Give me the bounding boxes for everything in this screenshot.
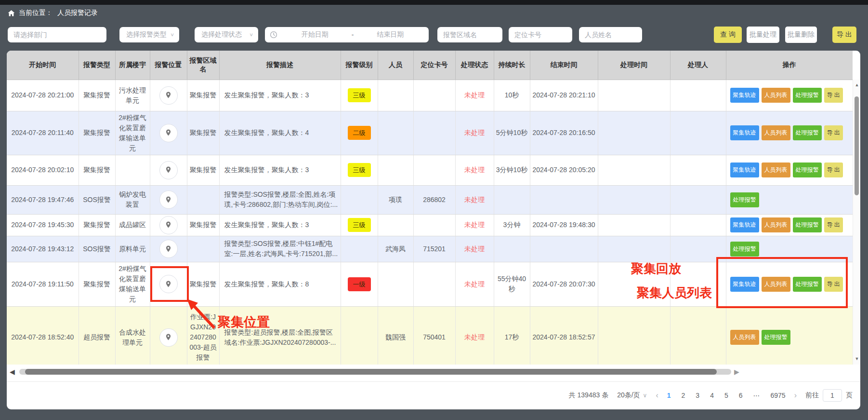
cell-building: 成品罐区 bbox=[115, 214, 150, 236]
scroll-right-arrow-icon[interactable]: ▶ bbox=[734, 368, 739, 376]
prev-page-button[interactable]: ‹ bbox=[656, 391, 658, 400]
cell-building bbox=[115, 155, 150, 185]
row-action-handle-button[interactable]: 处理报警 bbox=[793, 217, 822, 232]
person-name-input[interactable] bbox=[579, 27, 642, 42]
row-action-export-button[interactable]: 导 出 bbox=[824, 88, 843, 103]
page-number-5[interactable]: 5 bbox=[724, 392, 728, 399]
page-size-select[interactable]: 20条/页 ∨ bbox=[617, 391, 647, 400]
row-action-track-button[interactable]: 聚集轨迹 bbox=[730, 88, 759, 103]
status-text: 未处理 bbox=[464, 280, 485, 288]
cell-person bbox=[378, 262, 413, 306]
location-pin-button[interactable] bbox=[159, 124, 178, 142]
table-row: 2024-07-28 20:21:00聚集报警污水处理单元聚集报警发生聚集报警，… bbox=[7, 80, 853, 111]
alarm-level-badge: 三级 bbox=[348, 218, 371, 232]
row-action-handle-button[interactable]: 处理报警 bbox=[793, 125, 822, 140]
row-action-list-button[interactable]: 人员列表 bbox=[762, 217, 790, 232]
page-title: 人员报警记录 bbox=[57, 9, 98, 17]
cell-position bbox=[150, 236, 187, 262]
query-button[interactable]: 查 询 bbox=[714, 27, 742, 43]
alarm-type-select[interactable]: 选择报警类型 ∨ bbox=[119, 27, 179, 42]
cell-start-time: 2024-07-28 20:11:40 bbox=[7, 111, 79, 155]
cell-handle-time bbox=[598, 306, 670, 365]
chevron-down-icon: ∨ bbox=[643, 392, 647, 399]
location-pin-button[interactable] bbox=[159, 216, 178, 234]
row-action-handle-button[interactable]: 处理报警 bbox=[730, 242, 759, 257]
export-button[interactable]: 导 出 bbox=[832, 27, 856, 43]
row-action-track-button[interactable]: 聚集轨迹 bbox=[730, 163, 759, 177]
cell-position bbox=[150, 214, 187, 236]
cell-position bbox=[150, 111, 187, 155]
cell-type: 超员报警 bbox=[79, 306, 115, 365]
row-action-handle-button[interactable]: 处理报警 bbox=[793, 88, 822, 103]
cell-desc: 报警类型:SOS报警,楼层:中钰1#配电室:一层,姓名:武海凤,卡号:71520… bbox=[219, 236, 341, 262]
row-action-list-button[interactable]: 人员列表 bbox=[730, 330, 759, 345]
cell-handler bbox=[670, 155, 726, 185]
cell-person bbox=[378, 111, 413, 155]
page-number-2[interactable]: 2 bbox=[682, 392, 685, 399]
location-pin-icon bbox=[164, 196, 172, 204]
page-number-1[interactable]: 1 bbox=[667, 392, 671, 399]
row-action-handle-button[interactable]: 处理报警 bbox=[730, 192, 759, 207]
vertical-scroll-thumb[interactable] bbox=[855, 96, 859, 195]
goto-page-input[interactable] bbox=[823, 389, 842, 402]
alarm-level-badge: 三级 bbox=[348, 163, 371, 177]
cell-end-time: 2024-07-28 19:48:30 bbox=[530, 214, 598, 236]
row-action-list-button[interactable]: 人员列表 bbox=[762, 163, 790, 177]
table-row: 2024-07-28 20:11:40聚集报警2#粉煤气化装置磨煤输送单元聚集报… bbox=[7, 111, 853, 155]
annotation-label-person-list: 聚集人员列表 bbox=[637, 285, 712, 301]
alarm-area-input[interactable] bbox=[437, 27, 502, 42]
batch-process-button[interactable]: 批量处理 bbox=[747, 27, 779, 43]
location-pin-icon bbox=[164, 245, 172, 253]
location-pin-button[interactable] bbox=[159, 161, 178, 179]
cell-area: 聚集报警 bbox=[187, 111, 219, 155]
panel-divider bbox=[7, 381, 860, 382]
column-header-11: 持续时长 bbox=[494, 51, 530, 80]
row-action-export-button[interactable]: 导 出 bbox=[824, 163, 843, 177]
horizontal-scroll-thumb[interactable] bbox=[25, 369, 717, 375]
cell-area bbox=[187, 236, 219, 262]
cell-end-time bbox=[530, 185, 598, 214]
scroll-down-arrow-icon[interactable]: ▼ bbox=[854, 356, 860, 361]
cell-card bbox=[413, 155, 455, 185]
cell-ops: 聚集轨迹人员列表处理报警导 出 bbox=[726, 214, 853, 236]
row-action-track-button[interactable]: 聚集轨迹 bbox=[730, 125, 759, 140]
pagination-total: 共 139483 条 bbox=[569, 391, 609, 400]
location-pin-button[interactable] bbox=[159, 86, 178, 105]
location-pin-button[interactable] bbox=[159, 190, 178, 209]
breadcrumb-label: 当前位置： bbox=[19, 9, 53, 17]
cell-end-time: 2024-07-28 20:16:50 bbox=[530, 111, 598, 155]
department-input[interactable] bbox=[8, 27, 106, 42]
page-number-last[interactable]: 6975 bbox=[771, 392, 786, 399]
cell-area: 聚集报警 bbox=[187, 80, 219, 111]
cell-desc: 发生聚集报警，聚集人数：4 bbox=[219, 111, 341, 155]
page-number-3[interactable]: 3 bbox=[696, 392, 699, 399]
handle-status-select[interactable]: 选择处理状态 ∨ bbox=[195, 27, 258, 42]
row-action-list-button[interactable]: 人员列表 bbox=[762, 88, 790, 103]
row-action-list-button[interactable]: 人员列表 bbox=[762, 125, 790, 140]
cell-level bbox=[341, 236, 378, 262]
card-number-input[interactable] bbox=[509, 27, 572, 42]
horizontal-scrollbar[interactable]: ◀ ▶ bbox=[7, 368, 853, 376]
cell-handle-time bbox=[598, 80, 670, 111]
cell-level: 二级 bbox=[341, 111, 378, 155]
row-action-handle-button[interactable]: 处理报警 bbox=[762, 330, 790, 345]
row-action-export-button[interactable]: 导 出 bbox=[824, 217, 843, 232]
batch-delete-button[interactable]: 批量删除 bbox=[785, 27, 817, 43]
vertical-scrollbar[interactable]: ▲ ▼ bbox=[853, 80, 860, 365]
scroll-left-arrow-icon[interactable]: ◀ bbox=[10, 368, 15, 376]
location-pin-button[interactable] bbox=[159, 240, 178, 258]
cell-status: 未处理 bbox=[455, 214, 494, 236]
page-number-6[interactable]: 6 bbox=[739, 392, 743, 399]
row-action-export-button[interactable]: 导 出 bbox=[824, 125, 843, 140]
column-header-10: 处理状态 bbox=[455, 51, 494, 80]
status-text: 未处理 bbox=[464, 91, 485, 99]
next-page-button[interactable]: › bbox=[794, 391, 797, 400]
status-text: 未处理 bbox=[464, 333, 485, 341]
date-range-picker[interactable]: 开始日期 - 结束日期 bbox=[265, 27, 429, 42]
page-size-value: 20条/页 bbox=[617, 391, 640, 400]
row-action-handle-button[interactable]: 处理报警 bbox=[793, 163, 822, 177]
page-number-4[interactable]: 4 bbox=[710, 392, 714, 399]
cell-building: 合成水处理单元 bbox=[115, 306, 150, 365]
row-action-track-button[interactable]: 聚集轨迹 bbox=[730, 217, 759, 232]
scroll-up-arrow-icon[interactable]: ▲ bbox=[854, 82, 860, 87]
